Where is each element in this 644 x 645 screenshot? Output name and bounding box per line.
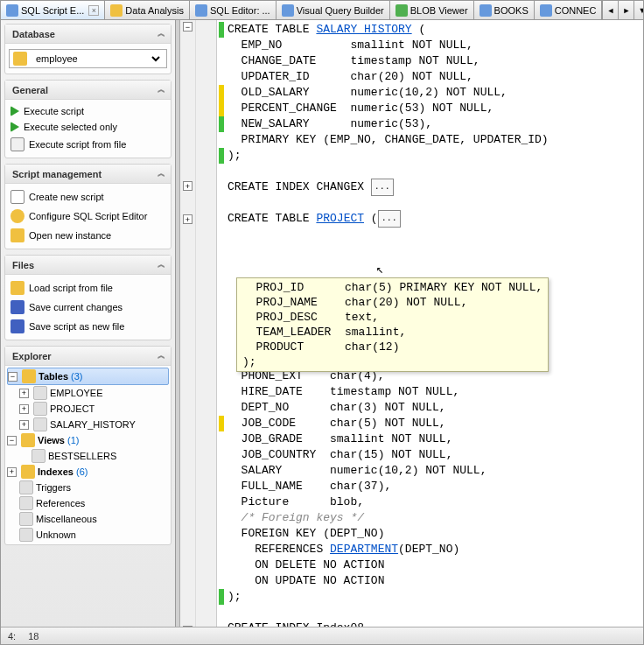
database-select[interactable]: employee: [32, 53, 163, 65]
code-line[interactable]: FULL_NAME char(37),: [219, 479, 643, 494]
files-header[interactable]: Files ︽: [5, 256, 171, 275]
tree-row[interactable]: +Indexes (6): [7, 464, 169, 480]
code-link[interactable]: DEPARTMENT: [330, 542, 398, 557]
code-line[interactable]: ON UPDATE NO ACTION: [219, 573, 643, 589]
sidebar-item[interactable]: Configure SQL Script Editor: [7, 207, 169, 226]
code-line[interactable]: [219, 164, 643, 179]
code-line[interactable]: NEW_SALARY numeric(53),: [219, 116, 643, 132]
code-link[interactable]: PROJECT: [316, 211, 364, 227]
code-line[interactable]: ON DELETE NO ACTION: [219, 557, 643, 573]
ellipsis-icon[interactable]: ...: [378, 210, 401, 228]
section-title: Database: [12, 29, 55, 39]
tree-row[interactable]: +EMPLOYEE: [7, 385, 169, 401]
code-line[interactable]: REFERENCES DEPARTMENT(DEPT_NO): [219, 542, 643, 557]
database-header[interactable]: Database ︽: [5, 25, 171, 44]
tree-toggle-icon[interactable]: +: [19, 420, 29, 430]
code-line[interactable]: JOB_CODE char(5) NOT NULL,: [219, 416, 643, 431]
code-line[interactable]: [219, 195, 643, 211]
tab[interactable]: Data Analysis: [105, 1, 190, 19]
collapse-icon: ︽: [158, 84, 164, 95]
tree-label: SALARY_HISTORY: [50, 417, 136, 431]
code-line[interactable]: HIRE_DATE timestamp NOT NULL,: [219, 384, 643, 400]
tree-toggle-icon[interactable]: +: [7, 467, 17, 477]
tree-row[interactable]: +SALARY_HISTORY: [7, 417, 169, 432]
tab-nav-button[interactable]: ◄: [602, 1, 618, 19]
change-marker: [219, 431, 224, 447]
code-line[interactable]: [219, 605, 643, 620]
tab-nav-button[interactable]: ▼: [634, 1, 643, 19]
sidebar-item[interactable]: Load script from file: [7, 278, 169, 298]
code-line[interactable]: PRIMARY KEY (EMP_NO, CHANGE_DATE, UPDATE…: [219, 132, 643, 148]
code-line[interactable]: DEPT_NO char(3) NOT NULL,: [219, 400, 643, 416]
explorer-header[interactable]: Explorer ︽: [5, 347, 171, 366]
code-line[interactable]: Picture blob,: [219, 494, 643, 510]
code-line[interactable]: OLD_SALARY numeric(10,2) NOT NULL,: [219, 85, 643, 101]
ellipsis-icon[interactable]: ...: [371, 179, 394, 196]
code-line[interactable]: JOB_COUNTRY char(15) NOT NULL,: [219, 447, 643, 463]
script-management-header[interactable]: Script management ︽: [5, 165, 171, 184]
code-line[interactable]: FOREIGN KEY (DEPT_NO): [219, 526, 643, 542]
code-line[interactable]: EMP_NO smallint NOT NULL,: [219, 38, 643, 53]
fold-toggle-icon[interactable]: +: [183, 214, 192, 224]
close-icon[interactable]: ×: [88, 5, 99, 16]
editor[interactable]: −++− CREATE TABLE SALARY_HISTORY ( EMP_N…: [180, 20, 643, 627]
code-line[interactable]: );: [219, 148, 643, 164]
code-line[interactable]: CREATE TABLE SALARY_HISTORY (: [219, 22, 643, 38]
tab-nav-button[interactable]: ►: [618, 1, 634, 19]
code-link[interactable]: SALARY_HISTORY: [316, 22, 411, 38]
code-line[interactable]: /* Foreign keys */: [219, 510, 643, 526]
database-dropdown[interactable]: employee: [9, 49, 167, 68]
code-line[interactable]: [219, 242, 643, 258]
tree-row[interactable]: −Tables (3): [7, 368, 169, 385]
tree-row[interactable]: +PROJECT: [7, 401, 169, 417]
code-line[interactable]: [219, 227, 643, 242]
tree-row[interactable]: −Views (1): [7, 432, 169, 448]
code-body[interactable]: CREATE TABLE SALARY_HISTORY ( EMP_NO sma…: [217, 20, 643, 627]
tree-row[interactable]: Miscellaneous: [7, 511, 169, 527]
code-line[interactable]: CHANGE_DATE timestamp NOT NULL,: [219, 53, 643, 69]
tab[interactable]: BLOB Viewer: [390, 1, 474, 19]
section-title: Script management: [12, 169, 102, 179]
sidebar-item[interactable]: Execute script from file: [7, 135, 169, 154]
tab[interactable]: SQL Script E...×: [1, 1, 105, 19]
chart-icon: [110, 4, 122, 17]
tree-toggle-icon[interactable]: −: [7, 436, 17, 445]
tab[interactable]: Visual Query Builder: [276, 1, 390, 19]
change-marker: [219, 53, 224, 69]
code-line[interactable]: PERCENT_CHANGE numeric(53) NOT NULL,: [219, 101, 643, 116]
change-marker: [219, 38, 224, 53]
change-marker: [219, 526, 224, 542]
tree-row[interactable]: BESTSELLERS: [7, 448, 169, 464]
tree-row[interactable]: Triggers: [7, 480, 169, 495]
code-line[interactable]: CREATE INDEX Index08: [219, 620, 643, 627]
change-marker: [219, 195, 224, 211]
general-header[interactable]: General ︽: [5, 81, 171, 100]
tree-row[interactable]: Unknown: [7, 527, 169, 543]
sidebar-item[interactable]: Execute script: [7, 103, 169, 119]
fold-toggle-icon[interactable]: +: [183, 181, 192, 191]
code-line[interactable]: UPDATER_ID char(20) NOT NULL,: [219, 69, 643, 85]
sidebar-item[interactable]: Save current changes: [7, 298, 169, 317]
code-line[interactable]: );: [219, 589, 643, 605]
sidebar-item[interactable]: Open new instance: [7, 226, 169, 245]
sidebar-item[interactable]: Save script as new file: [7, 317, 169, 336]
tree-toggle-icon[interactable]: −: [8, 372, 18, 382]
sidebar-item[interactable]: Create new script: [7, 187, 169, 207]
code-line[interactable]: SALARY numeric(10,2) NOT NULL,: [219, 463, 643, 479]
code-line[interactable]: CREATE INDEX CHANGEX ...: [219, 179, 643, 195]
tree-toggle-icon[interactable]: +: [19, 389, 29, 398]
tab[interactable]: CONNEC: [535, 1, 603, 19]
tab[interactable]: SQL Editor: ...: [190, 1, 276, 19]
change-marker: [219, 573, 224, 589]
main-area: Database ︽ employee General ︽ Execute sc…: [1, 20, 643, 627]
tree-toggle-icon[interactable]: +: [19, 404, 29, 414]
code-line[interactable]: [219, 258, 643, 274]
tree-row[interactable]: References: [7, 495, 169, 511]
code-text: FOREIGN KEY (DEPT_NO): [228, 526, 384, 542]
code-line[interactable]: JOB_GRADE smallint NOT NULL,: [219, 431, 643, 447]
fold-toggle-icon[interactable]: −: [183, 22, 192, 32]
sidebar-item[interactable]: Execute selected only: [7, 119, 169, 135]
tab[interactable]: BOOKS: [474, 1, 535, 19]
code-line[interactable]: CREATE TABLE PROJECT ( ... PROJ_ID char(…: [219, 211, 643, 227]
gear-icon: [10, 209, 24, 223]
